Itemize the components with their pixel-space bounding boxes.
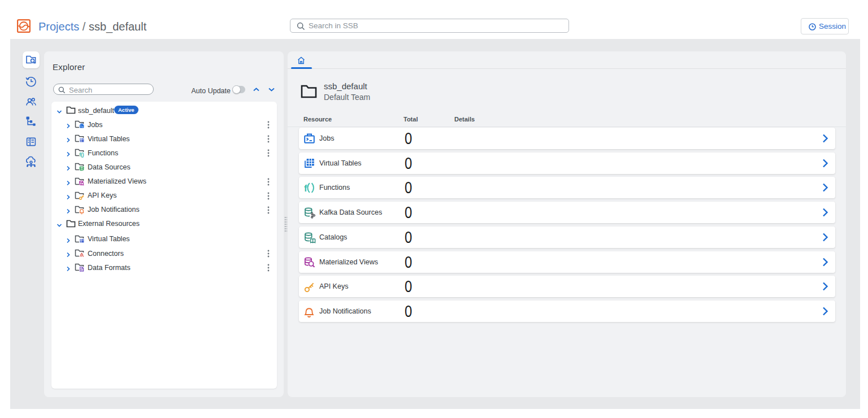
svg-text:01: 01 <box>80 268 84 271</box>
svg-text:f(): f() <box>79 152 84 158</box>
svg-text:f: f <box>304 183 307 193</box>
